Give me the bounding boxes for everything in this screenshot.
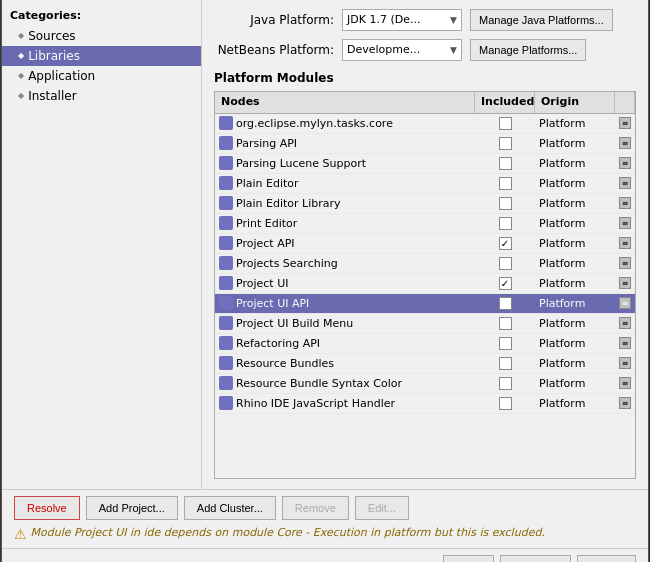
- table-cell-origin: Platform: [535, 395, 615, 412]
- table-cell-included[interactable]: ✓: [475, 235, 535, 252]
- table-cell-included[interactable]: [475, 255, 535, 272]
- checkbox[interactable]: [499, 397, 512, 410]
- checkbox[interactable]: [499, 317, 512, 330]
- table-row[interactable]: Resource BundlesPlatform≡: [215, 354, 635, 374]
- checkbox[interactable]: [499, 337, 512, 350]
- table-cell-node: Plain Editor: [215, 174, 475, 192]
- module-icon: [219, 316, 233, 330]
- table-row[interactable]: Projects SearchingPlatform≡: [215, 254, 635, 274]
- table-cell-origin: Platform: [535, 335, 615, 352]
- resolve-button[interactable]: Resolve: [14, 496, 80, 520]
- sidebar-item-libraries[interactable]: ◆ Libraries: [2, 46, 201, 66]
- add-cluster-button[interactable]: Add Cluster...: [184, 496, 276, 520]
- table-cell-included[interactable]: [475, 155, 535, 172]
- remove-button[interactable]: Remove: [282, 496, 349, 520]
- checkbox[interactable]: [499, 197, 512, 210]
- checkbox[interactable]: [499, 257, 512, 270]
- ok-button[interactable]: OK: [443, 555, 494, 562]
- table-cell-included[interactable]: [475, 195, 535, 212]
- table-cell-extra: ≡: [615, 175, 635, 191]
- java-platform-label: Java Platform:: [214, 13, 334, 27]
- sidebar-item-installer[interactable]: ◆ Installer: [2, 86, 201, 106]
- table-cell-extra: ≡: [615, 375, 635, 391]
- table-cell-included[interactable]: [475, 135, 535, 152]
- table-cell-node: Resource Bundle Syntax Color: [215, 374, 475, 392]
- table-cell-included[interactable]: [475, 115, 535, 132]
- help-button[interactable]: Help: [577, 555, 636, 562]
- table-row[interactable]: Plain EditorPlatform≡: [215, 174, 635, 194]
- module-icon: [219, 116, 233, 130]
- table-cell-included[interactable]: [475, 375, 535, 392]
- checkbox[interactable]: [499, 137, 512, 150]
- table-cell-extra: ≡: [615, 335, 635, 351]
- table-row[interactable]: Plain Editor LibraryPlatform≡: [215, 194, 635, 214]
- table-cell-node: Refactoring API: [215, 334, 475, 352]
- manage-java-platforms-button[interactable]: Manage Java Platforms...: [470, 9, 613, 31]
- table-cell-extra: ≡: [615, 155, 635, 171]
- checkbox[interactable]: ✓: [499, 237, 512, 250]
- checkbox[interactable]: ✓: [499, 297, 512, 310]
- col-included: Included: [475, 92, 535, 113]
- checkbox[interactable]: [499, 177, 512, 190]
- table-row[interactable]: Parsing APIPlatform≡: [215, 134, 635, 154]
- table-cell-included[interactable]: [475, 315, 535, 332]
- table-row[interactable]: Resource Bundle Syntax ColorPlatform≡: [215, 374, 635, 394]
- checkbox[interactable]: [499, 377, 512, 390]
- table-cell-node: Print Editor: [215, 214, 475, 232]
- edit-button[interactable]: Edit...: [355, 496, 409, 520]
- bullet-icon: ◆: [18, 91, 24, 100]
- table-cell-included[interactable]: ✓: [475, 275, 535, 292]
- node-label: Parsing Lucene Support: [236, 157, 366, 170]
- checkbox[interactable]: [499, 357, 512, 370]
- table-row[interactable]: Rhino IDE JavaScript HandlerPlatform≡: [215, 394, 635, 414]
- table-row[interactable]: Project UI API✓Platform≡: [215, 294, 635, 314]
- node-label: Project API: [236, 237, 295, 250]
- node-label: Plain Editor Library: [236, 197, 340, 210]
- table-cell-extra: ≡: [615, 395, 635, 411]
- cancel-button[interactable]: Cancel: [500, 555, 571, 562]
- module-icon: [219, 216, 233, 230]
- manage-platforms-button[interactable]: Manage Platforms...: [470, 39, 586, 61]
- table-cell-origin: Platform: [535, 235, 615, 252]
- table-cell-included[interactable]: [475, 335, 535, 352]
- table-cell-included[interactable]: [475, 215, 535, 232]
- table-cell-node: Project UI: [215, 274, 475, 292]
- table-cell-included[interactable]: [475, 355, 535, 372]
- checkbox[interactable]: [499, 157, 512, 170]
- checkbox[interactable]: [499, 217, 512, 230]
- section-title: Platform Modules: [214, 71, 636, 85]
- table-row[interactable]: Parsing Lucene SupportPlatform≡: [215, 154, 635, 174]
- table-cell-node: Plain Editor Library: [215, 194, 475, 212]
- table-row[interactable]: org.eclipse.mylyn.tasks.corePlatform≡: [215, 114, 635, 134]
- bullet-icon: ◆: [18, 31, 24, 40]
- table-cell-node: Project API: [215, 234, 475, 252]
- content-area: Categories: ◆ Sources ◆ Libraries ◆ Appl…: [2, 0, 648, 489]
- bullet-icon: ◆: [18, 51, 24, 60]
- module-icon: [219, 256, 233, 270]
- table-cell-included[interactable]: [475, 175, 535, 192]
- add-project-button[interactable]: Add Project...: [86, 496, 178, 520]
- row-action-icon: ≡: [619, 277, 631, 289]
- table-row[interactable]: Project API✓Platform≡: [215, 234, 635, 254]
- table-row[interactable]: Project UI✓Platform≡: [215, 274, 635, 294]
- checkbox[interactable]: ✓: [499, 277, 512, 290]
- table-cell-node: Projects Searching: [215, 254, 475, 272]
- table-cell-included[interactable]: ✓: [475, 295, 535, 312]
- table-cell-extra: ≡: [615, 355, 635, 371]
- table-row[interactable]: Refactoring APIPlatform≡: [215, 334, 635, 354]
- module-icon: [219, 196, 233, 210]
- java-platform-select[interactable]: JDK 1.7 (De... ▼: [342, 9, 462, 31]
- dialog-footer: OK Cancel Help: [2, 548, 648, 562]
- table-cell-included[interactable]: [475, 395, 535, 412]
- netbeans-platform-select[interactable]: Developme... ▼: [342, 39, 462, 61]
- table-cell-origin: Platform: [535, 215, 615, 232]
- row-action-icon: ≡: [619, 237, 631, 249]
- table-row[interactable]: Print EditorPlatform≡: [215, 214, 635, 234]
- netbeans-platform-arrow-icon: ▼: [450, 45, 457, 55]
- sidebar-item-sources[interactable]: ◆ Sources: [2, 26, 201, 46]
- sidebar-item-application[interactable]: ◆ Application: [2, 66, 201, 86]
- checkbox[interactable]: [499, 117, 512, 130]
- table-cell-node: Parsing Lucene Support: [215, 154, 475, 172]
- table-row[interactable]: Project UI Build MenuPlatform≡: [215, 314, 635, 334]
- table-cell-node: Parsing API: [215, 134, 475, 152]
